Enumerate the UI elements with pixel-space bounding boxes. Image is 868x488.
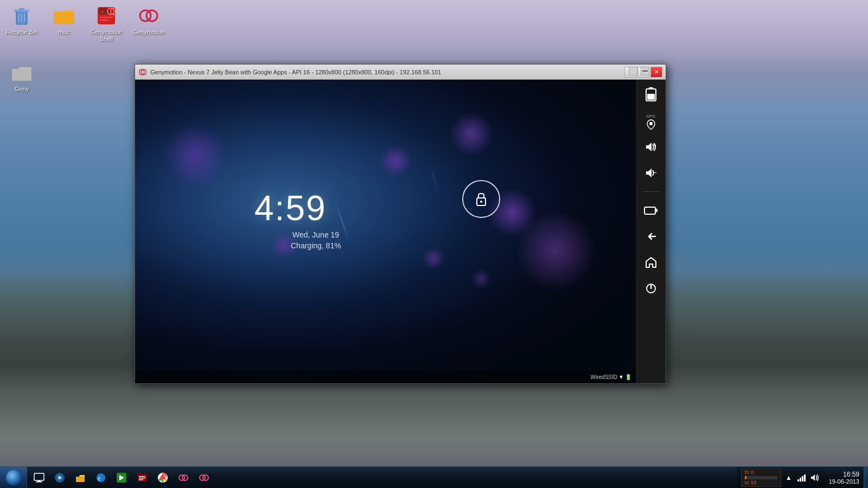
- android-charging: Charging, 81%: [291, 241, 341, 250]
- svg-marker-24: [646, 143, 652, 151]
- clock-time: 16:59: [843, 471, 859, 478]
- geny-icon-image: [11, 62, 33, 84]
- window-body: 4:59 Wed, June 19 Charging, 81% WiredSSI…: [135, 80, 666, 383]
- svg-text:+: +: [654, 143, 656, 147]
- show-desktop-button[interactable]: [864, 467, 868, 489]
- desktop-icon-genymotion[interactable]: Genymotion: [130, 3, 168, 45]
- explorer-icon: [75, 472, 86, 483]
- window-titlebar[interactable]: Genymotion - Nexus 7 Jelly Bean with Goo…: [135, 65, 666, 80]
- svg-marker-26: [646, 169, 652, 177]
- taskbar-items: e: [27, 467, 737, 488]
- tray-network-icon[interactable]: [796, 472, 807, 483]
- du-bar: [745, 476, 746, 479]
- close-button[interactable]: ✕: [650, 67, 662, 78]
- desktop-icon-recycle-bin[interactable]: Recycle Bin: [3, 3, 41, 45]
- geny-label: Geny: [15, 86, 29, 93]
- window-app-icon: [138, 68, 147, 76]
- svg-rect-2: [19, 8, 24, 10]
- genymotion-icon-image: [138, 5, 159, 27]
- gps-icon: [646, 119, 656, 130]
- svg-text:e: e: [98, 474, 101, 482]
- geny-folder-icon: [11, 63, 33, 82]
- tray-show-hidden[interactable]: ▲: [783, 472, 794, 483]
- clock-area[interactable]: 16:59 19-06-2013: [825, 467, 864, 488]
- battery-icon-status: 🔋: [625, 374, 631, 380]
- genymotion-window: Genymotion - Nexus 7 Jelly Bean with Goo…: [135, 64, 666, 384]
- back-icon: [644, 230, 658, 243]
- taskbar-item-desktop[interactable]: [29, 468, 49, 487]
- back-button[interactable]: [641, 227, 661, 246]
- lock-button[interactable]: [462, 180, 500, 218]
- home-button[interactable]: [641, 253, 661, 272]
- window-title: Genymotion - Nexus 7 Jelly Bean with Goo…: [150, 69, 624, 75]
- bokeh-7: [471, 269, 490, 288]
- recycle-bin-icon-image: [11, 5, 33, 27]
- start-button[interactable]: [0, 467, 27, 489]
- taskbar-item-wmp[interactable]: [50, 468, 69, 487]
- taskbar-item-tool[interactable]: [132, 468, 152, 487]
- svg-marker-52: [811, 474, 815, 481]
- svg-rect-10: [100, 20, 108, 21]
- lock-icon: [471, 189, 491, 209]
- volume-down-icon: −: [645, 168, 657, 178]
- rotate-button[interactable]: [641, 201, 661, 220]
- app2-icon: [199, 472, 209, 483]
- rotate-icon: [643, 205, 659, 216]
- taskbar-item-app1[interactable]: [174, 468, 193, 487]
- du-meter[interactable]: D: 0 U: 53: [741, 468, 781, 487]
- gps-button[interactable]: GPS: [641, 111, 661, 131]
- bar-3: [802, 476, 803, 481]
- genymotion-shell-icon: >_: [97, 6, 116, 25]
- genymotion-icon: [139, 6, 158, 25]
- desktop-icon-row-top: Recycle Bin misc >_: [3, 3, 168, 45]
- svg-point-14: [146, 10, 157, 21]
- taskbar-item-chrome[interactable]: [153, 468, 173, 487]
- battery-button[interactable]: [641, 85, 661, 105]
- du-upload: U: 53: [745, 480, 777, 486]
- volume-tray-icon: [810, 474, 819, 481]
- svg-rect-43: [139, 476, 145, 477]
- taskbar-item-app2[interactable]: [194, 468, 214, 487]
- taskbar-item-explorer[interactable]: [71, 468, 90, 487]
- taskbar-item-ie[interactable]: e: [91, 468, 111, 487]
- misc-label: misc: [58, 29, 71, 36]
- volume-up-icon: +: [645, 142, 657, 152]
- recycle-bin-icon: [12, 5, 31, 26]
- bokeh-2: [450, 112, 493, 156]
- minimize-button-area: [641, 67, 649, 75]
- bokeh-3: [379, 145, 412, 177]
- desktop: Recycle Bin misc >_: [0, 0, 868, 488]
- taskbar-item-player2[interactable]: [112, 468, 131, 487]
- svg-rect-32: [34, 473, 44, 480]
- genymotion-shell-icon-image: >_: [95, 5, 117, 27]
- desktop-icon-misc[interactable]: misc: [45, 3, 83, 45]
- network-signal-bars: [797, 474, 806, 481]
- streak-2: [429, 162, 438, 193]
- windows-orb-icon: [6, 470, 21, 485]
- power-button[interactable]: [641, 279, 661, 298]
- media-player-icon: [54, 472, 65, 483]
- svg-rect-9: [100, 17, 113, 18]
- android-screen[interactable]: 4:59 Wed, June 19 Charging, 81% WiredSSI…: [135, 80, 636, 383]
- svg-point-23: [649, 122, 653, 125]
- svg-rect-45: [139, 479, 143, 480]
- bar-4: [804, 474, 806, 481]
- desktop-icon-row-second: Geny: [3, 60, 41, 95]
- ie-icon: e: [95, 472, 106, 483]
- volume-up-button[interactable]: +: [641, 137, 661, 157]
- player2-icon: [116, 472, 127, 483]
- desktop-icon-geny[interactable]: Geny: [3, 60, 41, 95]
- battery-icon: [646, 87, 656, 102]
- svg-rect-17: [642, 70, 648, 72]
- svg-rect-22: [647, 94, 655, 100]
- recycle-bin-label: Recycle Bin: [6, 29, 37, 36]
- bokeh-1: [162, 123, 227, 188]
- svg-text:>_: >_: [101, 10, 106, 15]
- misc-folder-icon: [53, 7, 75, 25]
- tray-volume-icon[interactable]: [809, 472, 820, 483]
- android-status-bar: WiredSSID ▾ 🔋: [135, 370, 636, 383]
- du-download: D: 0: [745, 470, 777, 476]
- volume-down-button[interactable]: −: [641, 163, 661, 183]
- desktop-icon-genymotion-shell[interactable]: >_ Genymotion Shell: [87, 3, 125, 45]
- svg-rect-33: [37, 480, 41, 481]
